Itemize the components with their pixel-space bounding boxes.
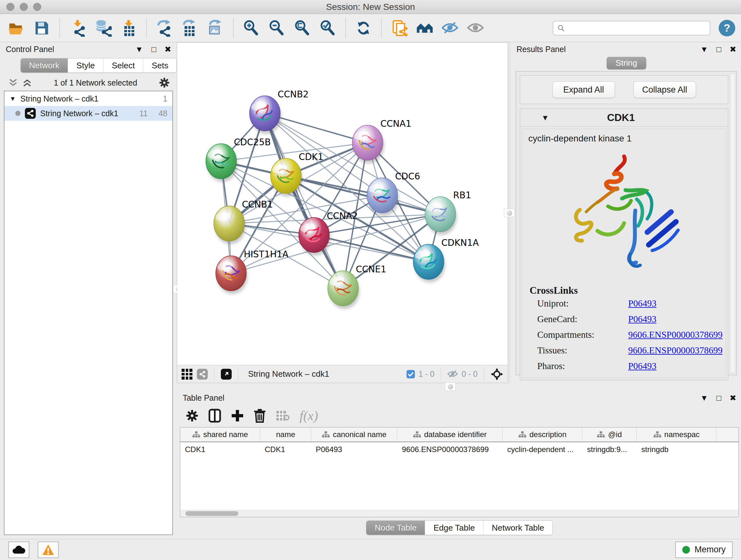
scrollbar-thumb[interactable] (185, 511, 239, 516)
table-cell[interactable]: stringdb:9... (583, 445, 636, 454)
import-network-icon (69, 19, 86, 37)
show-columns-icon[interactable] (208, 409, 221, 423)
float-panel-icon[interactable]: ▼ (700, 394, 708, 402)
tab-sets[interactable]: Sets (143, 58, 177, 72)
create-column-plus-icon[interactable] (231, 409, 244, 422)
toolbar-search-field[interactable] (553, 21, 711, 36)
open-session-button[interactable] (6, 17, 27, 39)
crosslink-link[interactable]: P06493 (628, 314, 723, 324)
show-graphics-details-button[interactable] (465, 17, 486, 39)
network-node-CCNB2[interactable]: CCNB2 (250, 89, 309, 134)
selected-checkbox-icon[interactable] (406, 370, 415, 379)
network-collection-row[interactable]: ▼ String Network – cdk1 1 (4, 91, 172, 106)
import-network-file-button[interactable] (67, 17, 88, 39)
export-table-icon (181, 19, 199, 37)
network-node-CCNE1[interactable]: CCNE1 (328, 264, 387, 309)
export-network-button[interactable] (154, 17, 175, 39)
hide-unhide-button[interactable] (440, 17, 461, 39)
horizontal-splitter-handle[interactable] (445, 382, 456, 391)
collapse-all-icon[interactable] (8, 78, 18, 87)
table-cell[interactable]: stringdb (636, 445, 717, 454)
table-cell[interactable]: CDK1 (180, 445, 260, 454)
search-input[interactable] (567, 23, 706, 33)
expand-all-button[interactable]: Expand All (552, 81, 615, 98)
column-header[interactable]: description (502, 428, 583, 442)
detach-view-icon[interactable] (221, 369, 232, 380)
network-node-HIST1H1A[interactable]: HIST1H1A (216, 249, 288, 294)
gear-icon[interactable] (159, 77, 170, 88)
network-canvas[interactable]: CCNB2CCNA1CDC25BCDK1CDC6RB1CCNB1CCNA2CDK… (177, 43, 508, 365)
crosslink-link[interactable]: 9606.ENSP00000378699 (628, 329, 723, 340)
crosslink-link[interactable]: P06493 (628, 298, 723, 309)
table-cell[interactable]: CDK1 (260, 445, 311, 454)
tab-network-table[interactable]: Network Table (483, 521, 552, 535)
network-edge[interactable] (314, 235, 428, 262)
right-splitter-handle[interactable] (504, 209, 515, 217)
expand-all-icon[interactable] (22, 78, 32, 87)
column-header[interactable]: canonical name (311, 428, 397, 442)
float-panel-icon[interactable]: ▼ (700, 45, 708, 53)
results-scrollbar[interactable] (730, 73, 735, 373)
crosslink-link[interactable]: 9606.ENSP00000378699 (628, 345, 723, 356)
network-share-icon[interactable] (197, 369, 208, 380)
zoom-in-button[interactable] (241, 17, 262, 39)
column-header[interactable]: namespac (636, 428, 717, 442)
maximize-panel-icon[interactable]: □ (151, 45, 156, 53)
toolbar-separator (233, 18, 233, 38)
close-panel-icon[interactable]: ✖ (730, 45, 736, 53)
warnings-button[interactable] (38, 542, 59, 558)
tab-node-table[interactable]: Node Table (366, 521, 425, 535)
float-panel-icon[interactable]: ▼ (135, 45, 143, 53)
maximize-panel-icon[interactable]: □ (717, 394, 721, 402)
zoom-selected-button[interactable] (317, 17, 338, 39)
table-cell[interactable]: P06493 (311, 445, 397, 454)
network-row-selected[interactable]: String Network – cdk1 11 48 (4, 106, 172, 121)
results-tab-string[interactable]: String (607, 57, 646, 69)
cloud-status-button[interactable] (8, 542, 29, 558)
zoom-fit-button[interactable] (292, 17, 313, 39)
column-header[interactable]: shared name (180, 428, 260, 442)
birds-eye-view-icon[interactable] (490, 368, 503, 381)
network-node-CDC6[interactable]: CDC6 (367, 171, 420, 216)
tab-network[interactable]: Network (21, 58, 68, 72)
collapse-all-button[interactable]: Collapse All (633, 81, 696, 98)
network-node-RB1[interactable]: RB1 (425, 190, 471, 235)
houses-icon (416, 19, 433, 37)
table-gear-icon[interactable] (186, 409, 199, 422)
maximize-panel-icon[interactable]: □ (717, 45, 721, 53)
export-table-button[interactable] (179, 17, 200, 39)
help-button[interactable]: ? (719, 20, 735, 37)
memory-button[interactable]: Memory (675, 542, 733, 558)
close-panel-icon[interactable]: ✖ (730, 394, 736, 402)
hidden-eye-slash-icon[interactable] (448, 370, 458, 378)
table-cell[interactable]: cyclin-dependent ... (502, 445, 583, 454)
table-cell[interactable]: 9606.ENSP00000378699 (397, 445, 502, 454)
save-session-button[interactable] (31, 17, 52, 39)
tab-select[interactable]: Select (103, 58, 143, 72)
horizontal-splitter[interactable] (177, 383, 741, 391)
crosslink-link[interactable]: P06493 (628, 361, 723, 371)
table-row[interactable]: CDK1CDK1P064939606.ENSP00000378699cyclin… (180, 442, 738, 457)
zoom-out-button[interactable] (266, 17, 287, 39)
refresh-view-button[interactable] (353, 17, 374, 39)
close-panel-icon[interactable]: ✖ (165, 45, 172, 53)
grid-view-icon[interactable] (182, 369, 192, 380)
tab-style[interactable]: Style (68, 58, 103, 72)
column-header[interactable]: database identifier (397, 428, 502, 442)
right-splitter[interactable] (508, 42, 511, 383)
network-edge[interactable] (265, 113, 343, 288)
network-node-CDK1[interactable]: CDK1 (271, 152, 323, 197)
network-node-CDKN1A[interactable]: CDKN1A (413, 238, 479, 283)
tab-edge-table[interactable]: Edge Table (425, 521, 483, 535)
import-network-database-button[interactable] (92, 17, 114, 39)
change-species-button[interactable] (414, 17, 435, 39)
table-horizontal-scrollbar[interactable] (180, 510, 738, 517)
export-image-button[interactable] (205, 17, 226, 39)
import-table-file-button[interactable] (118, 17, 139, 39)
string-protein-query-button[interactable] (389, 17, 410, 39)
column-header[interactable]: @id (583, 428, 636, 442)
tree-expand-caret-icon[interactable]: ▼ (10, 95, 16, 103)
gene-collapse-caret-icon[interactable]: ▼ (541, 113, 549, 122)
delete-column-trash-icon[interactable] (253, 409, 266, 423)
column-header[interactable]: name (260, 428, 311, 442)
